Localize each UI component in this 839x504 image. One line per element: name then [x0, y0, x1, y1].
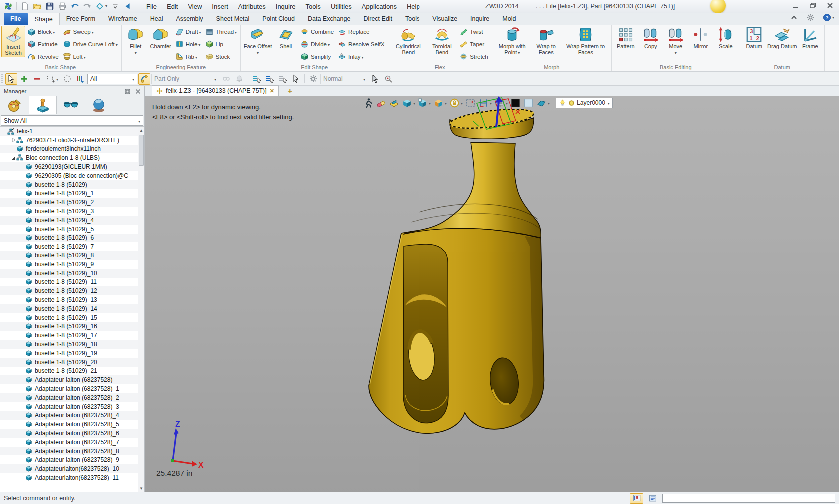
menu-utilities[interactable]: Utilities	[326, 0, 357, 13]
new-tab-button[interactable]: +	[288, 87, 292, 96]
tree-item[interactable]: Adaptateur laiton (68237528)	[0, 375, 144, 384]
tree-item[interactable]: busette 1-8 (51029)_11	[0, 278, 144, 287]
tab-mold[interactable]: Mold	[496, 13, 522, 25]
restore-panel-icon[interactable]	[124, 88, 131, 95]
tree-item[interactable]: Adaptateur laiton (68237528)_3	[0, 402, 144, 411]
tree-item[interactable]: 76290371-Folio3-3~ntraleDROITE)	[0, 136, 144, 145]
revolve-button[interactable]: Revolve	[26, 51, 60, 62]
snap-gear-button[interactable]	[307, 73, 319, 85]
tree-item[interactable]: 96290193(GICLEUR 1MM)	[0, 162, 144, 171]
collapse-icon[interactable]	[11, 155, 16, 161]
cursor-button[interactable]	[290, 73, 302, 85]
taper-button[interactable]: Taper	[458, 39, 489, 49]
chain-pick-button[interactable]	[220, 73, 232, 85]
tab-direct-edit[interactable]: Direct Edit	[357, 13, 399, 25]
tree-item[interactable]: busette 1-8 (51029)_15	[0, 313, 144, 322]
3d-viewport[interactable]: Hold down <F2> for dynamic viewing. <F8>…	[145, 96, 839, 492]
block-button[interactable]: Block	[26, 27, 60, 37]
tab-inquire[interactable]: Inquire	[464, 13, 496, 25]
insert-sketch-button[interactable]: Insert Sketch	[1, 26, 25, 57]
tree-item[interactable]: felix-1	[0, 127, 144, 136]
twist-button[interactable]: Twist	[458, 27, 489, 37]
tree-item[interactable]: busette 1-8 (51029)_8	[0, 251, 144, 260]
tree-item[interactable]: Adaptateurlaiton(68237528)_11	[0, 473, 144, 482]
qat-pulldown-icon[interactable]	[111, 2, 120, 11]
sweep-button[interactable]: Sweep	[62, 27, 119, 37]
fillet-button[interactable]: Fillet	[123, 26, 148, 56]
tab-assembly[interactable]: Assembly	[169, 13, 209, 25]
remove-pick-button[interactable]	[31, 73, 43, 85]
tree-item[interactable]: Adaptateurlaiton(68237528)_10	[0, 464, 144, 473]
lasso-pick-button[interactable]	[61, 73, 73, 85]
qat-app-logo-icon[interactable]	[4, 2, 13, 11]
qat-open-file-icon[interactable]	[33, 2, 42, 11]
tree-item[interactable]: busette 1-8 (51029)_9	[0, 260, 144, 269]
toolbar-grip[interactable]	[1, 74, 3, 84]
tree-item[interactable]: busette 1-8 (51029)_13	[0, 295, 144, 304]
datum-button[interactable]: 312Datum	[742, 26, 767, 50]
qat-redo-icon[interactable]	[83, 2, 92, 11]
tab-tools[interactable]: Tools	[399, 13, 426, 25]
tree-item[interactable]: Adaptateur laiton (68237528)_9	[0, 455, 144, 464]
frame-button[interactable]: Frame	[798, 26, 823, 50]
close-tab-icon[interactable]	[270, 87, 274, 94]
pattern-button[interactable]: Pattern	[613, 26, 638, 50]
draft-button[interactable]: Draft	[174, 27, 202, 37]
tree-item[interactable]: Adaptateur laiton (68237528)_4	[0, 411, 144, 420]
tree-item[interactable]: busette 1-8 (51029)_19	[0, 349, 144, 358]
menu-file[interactable]: File	[141, 0, 162, 13]
divide-button[interactable]: Divide	[299, 39, 335, 49]
settings-button[interactable]	[806, 13, 815, 22]
tree-item[interactable]: Adaptateur laiton (68237528)_2	[0, 393, 144, 402]
scrollbar-thumb[interactable]	[139, 135, 144, 166]
qat-new-file-icon[interactable]	[20, 2, 29, 11]
combine-button[interactable]: Combine	[299, 27, 335, 37]
tree-item[interactable]: Adaptateur laiton (68237528)_1	[0, 384, 144, 393]
lip-button[interactable]: Lip	[204, 39, 238, 49]
copy-button[interactable]: Copy	[638, 26, 663, 50]
resolve-selfx-button[interactable]: Resolve SelfX	[337, 39, 385, 49]
help-button[interactable]: ?	[823, 13, 834, 22]
history-log-button[interactable]	[646, 493, 659, 504]
loft-button[interactable]: Loft	[62, 51, 119, 62]
move-button[interactable]: Move	[663, 26, 688, 56]
tree-item[interactable]: busette 1-8 (51029)_20	[0, 358, 144, 367]
history-tab[interactable]	[1, 96, 29, 114]
qat-save-icon[interactable]	[45, 2, 54, 11]
scroll-down-icon[interactable]: ▼	[138, 485, 144, 492]
add-pick-button[interactable]	[18, 73, 30, 85]
pick-cursor-button[interactable]	[5, 73, 17, 85]
close-panel-icon[interactable]	[135, 88, 141, 95]
bell-pick-button[interactable]	[233, 73, 245, 85]
expand-icon[interactable]	[11, 137, 16, 143]
tree-item[interactable]: Bloc connection 1-8 (ULBS)	[0, 153, 144, 162]
tree-item[interactable]: busette 1-8 (51029)_10	[0, 269, 144, 278]
collapse-ribbon-button[interactable]	[790, 13, 798, 22]
menu-help[interactable]: Help	[402, 0, 425, 13]
menu-attributes[interactable]: Attributes	[233, 0, 271, 13]
list-pick-gray-button[interactable]	[277, 73, 289, 85]
mirror-button[interactable]: Mirror	[688, 26, 713, 50]
prompt-panel-button[interactable]	[630, 493, 643, 504]
command-input[interactable]	[662, 494, 835, 503]
tree-item[interactable]: busette 1-8 (51029)_18	[0, 340, 144, 349]
assembly-tab[interactable]	[29, 96, 57, 114]
tree-item[interactable]: busette 1-8 (51029)_3	[0, 207, 144, 216]
tree-item[interactable]: Adaptateur laiton (68237528)_8	[0, 447, 144, 456]
tree-scrollbar[interactable]: ▲ ▼	[138, 127, 144, 492]
document-tab[interactable]: felix-1.Z3 - [96430133 (CHAPE 75T)]	[152, 85, 279, 96]
rib-button[interactable]: Rib	[174, 51, 202, 62]
tree-item[interactable]: busette 1-8 (51029)_6	[0, 234, 144, 243]
menu-tools[interactable]: Tools	[301, 0, 326, 13]
tree-item[interactable]: busette 1-8 (51029)_7	[0, 242, 144, 251]
entity-filter-combo[interactable]: All	[87, 74, 137, 84]
simplify-button[interactable]: Simplify	[299, 51, 335, 62]
restore-button[interactable]	[806, 2, 819, 9]
scope-combo[interactable]: Part Only	[151, 74, 219, 84]
tree-item[interactable]: busette 1-8 (51029)_2	[0, 198, 144, 207]
tree-item[interactable]: busette 1-8 (51029)_1	[0, 189, 144, 198]
csys-button[interactable]	[138, 73, 150, 85]
menu-inquire[interactable]: Inquire	[271, 0, 301, 13]
drag-datum-button[interactable]: Drag Datum	[767, 26, 798, 50]
toroidal-bend-button[interactable]: Toroidal Bend	[426, 26, 457, 56]
